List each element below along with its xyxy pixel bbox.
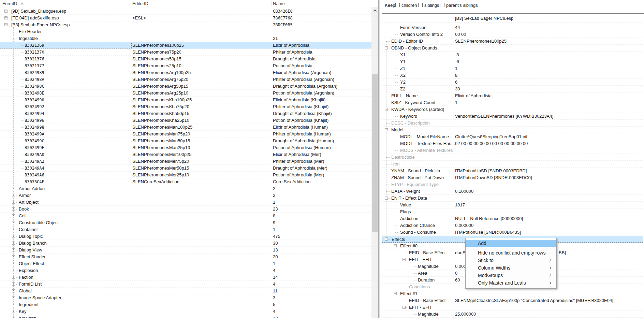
expand-icon[interactable]: + (12, 296, 15, 299)
grid-row[interactable]: EFIT - EFIT (382, 304, 643, 311)
expand-icon[interactable]: + (12, 201, 15, 204)
field-value-cell[interactable]: 30 (455, 86, 460, 91)
context-menu-item-stick-to[interactable]: Stick to (466, 257, 556, 264)
expand-icon[interactable]: + (12, 242, 15, 245)
tree-row[interactable]: Global11 (0, 288, 371, 294)
tree-row-record[interactable]: B3024989SLENPheromonesArg100p25Elixir of… (0, 69, 371, 76)
tree-row[interactable]: Dialog Topic475 (0, 233, 371, 240)
tree-row-record[interactable]: B30249A2SLENPheromonesMer75p20Philter of… (0, 158, 371, 165)
tree-row-record[interactable]: B302499ASLENPheromonesMan75p20Philter of… (0, 131, 371, 138)
expand-icon[interactable]: + (12, 187, 15, 190)
collapse-icon[interactable]: − (385, 46, 388, 49)
field-value-cell[interactable]: 44 (455, 25, 460, 30)
tree-vertical-scrollbar[interactable] (371, 7, 378, 318)
grid-row[interactable]: OBND - Object Bounds (382, 45, 643, 52)
grid-row[interactable]: ZNAM - Sound - Put DownITMPotionDownSD [… (382, 174, 643, 181)
field-value-cell[interactable]: 0 (455, 271, 457, 276)
tree-row[interactable]: Cell8 (0, 213, 371, 219)
grid-row[interactable]: MODS - Alternate Textures (382, 147, 643, 154)
tree-row[interactable]: [FE 04D] adcSexlife.esp<ESL>786C7768 (0, 15, 371, 21)
grid-row[interactable]: EDID - Editor IDSLENPheromones100p25 (382, 38, 643, 45)
field-value-cell[interactable]: 8 (455, 73, 457, 78)
expand-icon[interactable]: + (12, 310, 15, 313)
tree-row[interactable]: File Header (0, 28, 371, 35)
grid-row[interactable]: MODL - Model FileNameClutter\Quest\Sleep… (382, 133, 643, 140)
grid-row[interactable]: Flags (382, 208, 643, 215)
tree-row-record[interactable]: B3024998SLENPheromonesMan100p25Elixir of… (0, 124, 371, 131)
scroll-thumb[interactable] (372, 74, 378, 232)
scroll-up-button[interactable] (371, 7, 378, 14)
tree-row-record[interactable]: B302499ESLENPheromonesMan25p10Potion of … (0, 144, 371, 151)
tree-row-record[interactable]: B3021376SLENPheromones50p15Draught of Ap… (0, 56, 371, 62)
grid-row[interactable]: Effect #1 (382, 290, 643, 297)
expand-icon[interactable]: + (12, 228, 15, 231)
tree-row-record[interactable]: B302498CSLENPheromonesArg50p15Draught of… (0, 83, 371, 90)
tree-row[interactable]: [B3] SexLab Eager NPCs.esp2BDCE0B5 (0, 21, 371, 28)
grid-row[interactable]: EFID - Base EffectSLENMgefCloakIncSLAExp… (382, 297, 643, 304)
field-value-cell[interactable]: 1 (455, 100, 457, 105)
tree-row[interactable]: Armor Addon2 (0, 185, 371, 192)
tree-row[interactable]: Effect Shader20 (0, 254, 371, 260)
field-value-cell[interactable]: -6 (455, 59, 459, 64)
expand-icon[interactable]: + (12, 194, 15, 197)
tree-row-record[interactable]: B302499CSLENPheromonesMan50p15Draught of… (0, 138, 371, 144)
tree-row[interactable]: Dialog View13 (0, 247, 371, 254)
tree-row[interactable]: Armor2 (0, 192, 371, 199)
tree-row-record[interactable]: B3024994SLENPheromonesKha50p15Draught of… (0, 110, 371, 117)
field-value-cell[interactable]: 0.100000 (455, 189, 473, 194)
expand-icon[interactable]: + (12, 221, 15, 224)
grid-row[interactable]: ENIT - Effect Data (382, 195, 643, 202)
field-value-cell[interactable]: SLENMgefCloakIncSLAExp100p "Concentrated… (455, 298, 613, 303)
expand-icon[interactable]: + (12, 248, 15, 251)
expand-icon[interactable]: + (4, 16, 8, 19)
grid-row[interactable]: Addiction Chance0.000000 (382, 222, 643, 229)
field-value-cell[interactable]: 60 (455, 277, 460, 283)
tree-row[interactable]: Ingestible21 (0, 35, 371, 42)
expand-icon[interactable]: + (12, 255, 15, 258)
expand-icon[interactable]: + (4, 10, 8, 13)
field-value-cell[interactable]: Clutter\Quest\SleepingTreeSap01.nif (455, 134, 527, 139)
field-value-cell[interactable]: Elixir of Aphrodisia (455, 93, 492, 98)
collapse-icon[interactable]: − (394, 244, 397, 247)
expand-icon[interactable]: + (12, 276, 15, 279)
field-value-cell[interactable]: 00 00 (455, 32, 466, 37)
grid-row[interactable]: Magnitude25.000000 (382, 311, 643, 318)
grid-row[interactable]: YNAM - Sound - Pick UpITMPotionUpSD [SND… (382, 168, 643, 174)
tree-row[interactable]: [9D] SexLab_Dialogues.espCB3426E8 (0, 8, 371, 15)
tree-row[interactable]: Constructible Object9 (0, 219, 371, 226)
grid-row[interactable]: X1-8 (382, 52, 643, 58)
tree-row-record[interactable]: B3024996SLENPheromonesKha25p10Potion of … (0, 117, 371, 124)
expand-icon[interactable]: + (12, 262, 15, 265)
grid-row[interactable]: MODT - Texture Files Has...02 00 00 00 0… (382, 140, 643, 147)
collapse-icon[interactable]: − (12, 37, 15, 40)
field-value-cell[interactable]: -8 (455, 52, 459, 57)
tree-row-record[interactable]: B30249A6SLENPheromonesMer25p10Potion of … (0, 172, 371, 178)
expand-icon[interactable]: + (12, 235, 15, 238)
expand-icon[interactable]: + (12, 207, 15, 211)
context-menu-item-hide-no-conflict-and-empty-rows[interactable]: Hide no conflict and empty rows (466, 249, 556, 257)
grid-row[interactable]: X28 (382, 72, 643, 79)
tree-row[interactable]: FormID List4 (0, 281, 371, 288)
grid-row[interactable]: DESC - Description (382, 120, 643, 127)
tree-row[interactable]: Container1 (0, 226, 371, 233)
grid-row[interactable]: KSIZ - Keyword Count1 (382, 99, 643, 106)
grid-row[interactable]: Y26 (382, 79, 643, 86)
grid-row[interactable]: KeywordVendorItemSLENPheromones [KYWD:B3… (382, 113, 643, 120)
grid-row[interactable]: ETYP - Equipment Type (382, 181, 643, 188)
field-value-cell[interactable]: 25.000000 (455, 312, 476, 317)
tree-row-record[interactable]: B3033C4ESLENCureSexAddictionCure Sex Add… (0, 178, 371, 185)
field-value-cell[interactable]: SLENPheromones100p25 (455, 39, 507, 44)
collapse-icon[interactable]: − (385, 108, 388, 111)
tree-row[interactable]: Key4 (0, 308, 371, 315)
tree-row-record[interactable]: B3024992SLENPheromonesKha75p20Philter of… (0, 103, 371, 110)
grid-row[interactable]: Value1817 (382, 202, 643, 208)
context-menu-item-modgroups[interactable]: ModGroups (466, 272, 556, 279)
expand-icon[interactable]: + (12, 303, 15, 306)
tree-row[interactable]: Ingredient5 (0, 301, 371, 308)
field-value-cell[interactable]: 1 (455, 66, 457, 71)
expand-icon[interactable]: + (12, 214, 15, 217)
tree-row-record[interactable]: B30249A4SLENPheromonesMer50p15Draught of… (0, 165, 371, 172)
field-value-cell[interactable]: dunSl (455, 250, 466, 255)
grid-row[interactable]: Z11 (382, 65, 643, 72)
tree-row[interactable]: Book23 (0, 206, 371, 213)
